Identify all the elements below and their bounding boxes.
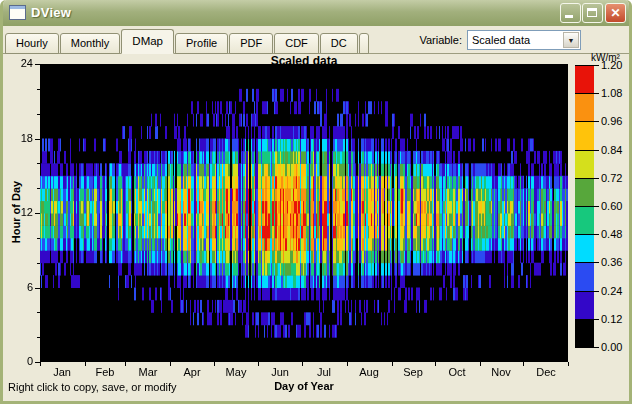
colorbar-segment bbox=[575, 65, 594, 93]
colorbar-tick bbox=[575, 121, 599, 122]
x-axis-label: Day of Year bbox=[224, 380, 384, 392]
x-tick-label: Aug bbox=[347, 366, 391, 378]
tab-dmap[interactable]: DMap bbox=[121, 29, 174, 54]
y-tick-label: 6 bbox=[7, 281, 33, 293]
y-tick bbox=[35, 64, 40, 65]
dmap-canvas[interactable] bbox=[40, 64, 568, 362]
tab-pdf[interactable]: PDF bbox=[229, 33, 273, 54]
colorbar-segment bbox=[575, 234, 594, 262]
x-tick bbox=[568, 362, 569, 366]
x-tick-label: Sep bbox=[391, 366, 435, 378]
colorbar-tick bbox=[575, 319, 599, 320]
dview-window: DView ✕ Hourly Monthly DMap Profile PDF … bbox=[0, 0, 632, 404]
colorbar-tick bbox=[575, 347, 599, 348]
colorbar-tick bbox=[575, 234, 599, 235]
window-titlebar[interactable]: DView ✕ bbox=[3, 0, 629, 26]
colorbar-segment bbox=[575, 206, 594, 234]
dmap-chart-area: Scaled data kW/m² Hour of Day 06121824 J… bbox=[3, 54, 629, 401]
colorbar-tick-label: 0.60 bbox=[601, 200, 631, 212]
y-tick bbox=[37, 89, 40, 90]
tab-profile[interactable]: Profile bbox=[175, 33, 228, 54]
colorbar-tick bbox=[575, 206, 599, 207]
tab-dc[interactable]: DC bbox=[320, 33, 358, 54]
colorbar-segment bbox=[575, 93, 594, 121]
close-icon: ✕ bbox=[610, 6, 620, 20]
variable-label: Variable: bbox=[419, 34, 462, 46]
x-tick-label: Feb bbox=[83, 366, 127, 378]
y-tick-label: 0 bbox=[7, 355, 33, 367]
colorbar-tick bbox=[575, 262, 599, 263]
window-title: DView bbox=[31, 5, 71, 20]
x-tick-label: Dec bbox=[524, 366, 568, 378]
colorbar-segment bbox=[575, 291, 594, 319]
colorbar-tick bbox=[575, 150, 599, 151]
colorbar-tick bbox=[575, 65, 599, 66]
y-tick bbox=[35, 288, 40, 289]
tab-strip: Hourly Monthly DMap Profile PDF CDF DC bbox=[5, 28, 370, 54]
x-tick-label: Oct bbox=[435, 366, 479, 378]
variable-value: Scaled data bbox=[472, 34, 530, 46]
close-button[interactable]: ✕ bbox=[605, 3, 626, 23]
variable-selector-group: Variable: Scaled data ▼ bbox=[419, 29, 581, 51]
y-tick-label: 18 bbox=[7, 132, 33, 144]
x-tick-label: Nov bbox=[479, 366, 523, 378]
maximize-icon bbox=[587, 8, 597, 17]
colorbar-segment bbox=[575, 121, 594, 150]
minimize-icon bbox=[565, 15, 573, 18]
y-tick bbox=[37, 312, 40, 313]
tab-bar: Hourly Monthly DMap Profile PDF CDF DC V… bbox=[3, 26, 629, 54]
y-tick-label: 24 bbox=[7, 57, 33, 69]
tab-hourly[interactable]: Hourly bbox=[5, 33, 59, 54]
colorbar-tick-label: 0.12 bbox=[601, 313, 631, 325]
y-tick bbox=[35, 213, 40, 214]
maximize-button[interactable] bbox=[582, 3, 603, 23]
colorbar-tick-label: 0.72 bbox=[601, 172, 631, 184]
x-tick-label: Jan bbox=[40, 366, 84, 378]
colorbar-tick-label: 1.20 bbox=[601, 59, 631, 71]
context-menu-hint: Right click to copy, save, or modify bbox=[8, 381, 177, 393]
colorbar-segment bbox=[575, 178, 594, 206]
tab-spacer bbox=[359, 33, 369, 54]
y-tick bbox=[37, 337, 40, 338]
y-tick bbox=[37, 163, 40, 164]
y-tick bbox=[37, 114, 40, 115]
x-tick-label: Jun bbox=[258, 366, 302, 378]
y-tick bbox=[35, 139, 40, 140]
colorbar-segment bbox=[575, 150, 594, 178]
x-tick-label: Jul bbox=[302, 366, 346, 378]
chevron-down-icon[interactable]: ▼ bbox=[563, 32, 579, 48]
y-tick bbox=[37, 188, 40, 189]
x-tick-label: Mar bbox=[126, 366, 170, 378]
colorbar-tick bbox=[575, 291, 599, 292]
colorbar-tick-label: 0.96 bbox=[601, 115, 631, 127]
tab-monthly[interactable]: Monthly bbox=[60, 33, 121, 54]
colorbar-segment bbox=[575, 319, 594, 347]
x-tick-label: Apr bbox=[170, 366, 214, 378]
colorbar-tick bbox=[575, 93, 599, 94]
app-window-icon bbox=[9, 5, 26, 20]
x-tick-label: May bbox=[214, 366, 258, 378]
minimize-button[interactable] bbox=[560, 3, 581, 23]
colorbar-tick-label: 1.08 bbox=[601, 87, 631, 99]
colorbar-tick bbox=[575, 178, 599, 179]
colorbar-tick-label: 0.00 bbox=[601, 341, 631, 353]
y-tick-label: 12 bbox=[7, 206, 33, 218]
y-tick bbox=[37, 238, 40, 239]
colorbar-tick-label: 0.24 bbox=[601, 285, 631, 297]
variable-dropdown[interactable]: Scaled data ▼ bbox=[467, 30, 581, 50]
colorbar-tick-label: 0.84 bbox=[601, 144, 631, 156]
colorbar-segment bbox=[575, 262, 594, 291]
colorbar-tick-label: 0.36 bbox=[601, 256, 631, 268]
tab-cdf[interactable]: CDF bbox=[274, 33, 319, 54]
y-tick bbox=[37, 263, 40, 264]
colorbar-tick-label: 0.48 bbox=[601, 228, 631, 240]
